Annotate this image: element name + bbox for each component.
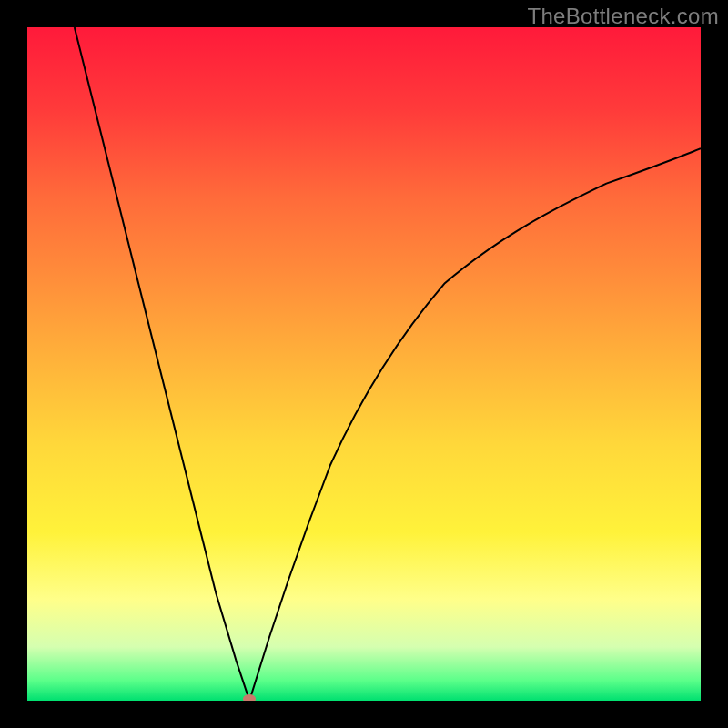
bottleneck-curve <box>27 27 701 701</box>
plot-area <box>27 27 701 701</box>
curve-right-branch <box>249 148 701 701</box>
chart-frame: TheBottleneck.com <box>0 0 728 728</box>
optimum-marker <box>243 694 256 701</box>
watermark-text: TheBottleneck.com <box>527 4 719 29</box>
curve-left-branch <box>75 27 249 701</box>
